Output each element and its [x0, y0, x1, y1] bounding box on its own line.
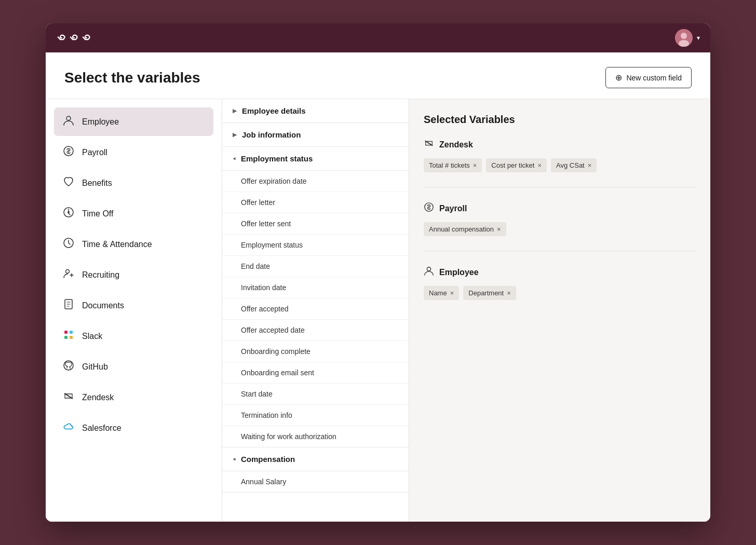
- github-icon: [62, 360, 75, 374]
- sidebar-item-time-off[interactable]: Time Off: [54, 199, 213, 228]
- item-waiting-work-auth[interactable]: Waiting for work authorization: [222, 426, 409, 447]
- item-end-date[interactable]: End date: [222, 256, 409, 277]
- item-invitation-date[interactable]: Invitation date: [222, 277, 409, 298]
- sidebar-item-salesforce[interactable]: Salesforce: [54, 414, 213, 442]
- documents-icon: [62, 298, 75, 312]
- middle-panel: ▶ Employee details ▶ Job information ▾ E…: [222, 99, 409, 522]
- arrow-compensation-icon: ▾: [231, 458, 238, 461]
- titlebar: ꩜꩜꩜ ▾: [46, 23, 710, 52]
- sidebar-item-time-attendance[interactable]: Time & Attendance: [54, 230, 213, 258]
- svg-point-8: [66, 270, 70, 274]
- var-group-header-zendesk: Zendesk: [424, 138, 696, 151]
- svg-point-3: [66, 116, 71, 120]
- avatar[interactable]: [675, 29, 693, 47]
- item-offer-accepted[interactable]: Offer accepted: [222, 298, 409, 320]
- zendesk-group-icon: [424, 138, 434, 151]
- section-label-employee-details: Employee details: [242, 106, 398, 115]
- new-custom-field-button[interactable]: ⊕ New custom field: [605, 67, 692, 88]
- avatar-chevron-icon[interactable]: ▾: [697, 34, 700, 42]
- payroll-icon: [62, 145, 75, 159]
- remove-name[interactable]: ×: [450, 290, 454, 296]
- sidebar-item-zendesk[interactable]: Zendesk: [54, 383, 213, 412]
- var-group-header-employee: Employee: [424, 266, 696, 279]
- item-employment-status[interactable]: Employment status: [222, 235, 409, 256]
- time-attendance-icon: [62, 237, 75, 251]
- time-off-icon: [62, 207, 75, 221]
- sidebar-label-slack: Slack: [82, 332, 102, 341]
- slack-icon: [62, 329, 75, 343]
- remove-department[interactable]: ×: [507, 290, 511, 296]
- section-label-employment-status: Employment status: [241, 154, 398, 163]
- main-content: Select the variables ⊕ New custom field: [46, 52, 710, 522]
- var-group-name-payroll: Payroll: [439, 204, 467, 213]
- sidebar-label-recruiting: Recruiting: [82, 270, 119, 280]
- app-logo: ꩜꩜꩜: [56, 31, 93, 45]
- sidebar-label-time-attendance: Time & Attendance: [82, 240, 152, 249]
- item-termination-info[interactable]: Termination info: [222, 405, 409, 426]
- recruiting-icon: [62, 268, 75, 282]
- tag-total-tickets: Total # tickets ×: [424, 158, 482, 172]
- remove-avg-csat[interactable]: ×: [588, 162, 592, 169]
- var-group-employee: Employee Name × Department ×: [424, 266, 696, 315]
- item-offer-letter[interactable]: Offer letter: [222, 192, 409, 213]
- svg-point-1: [681, 33, 687, 39]
- app-window: ꩜꩜꩜ ▾ Select the variables ⊕ New custom …: [46, 23, 710, 522]
- arrow-employment-status-icon: ▾: [231, 157, 238, 160]
- svg-point-16: [427, 267, 430, 271]
- content-area: Employee Payroll: [46, 99, 710, 522]
- payroll-tags: Annual compensation ×: [424, 222, 696, 236]
- titlebar-right: ▾: [675, 29, 700, 47]
- item-offer-letter-sent[interactable]: Offer letter sent: [222, 213, 409, 235]
- new-custom-field-label: New custom field: [626, 74, 682, 82]
- salesforce-icon: [62, 421, 75, 435]
- item-onboarding-email-sent[interactable]: Onboarding email sent: [222, 362, 409, 384]
- sidebar-item-recruiting[interactable]: Recruiting: [54, 261, 213, 289]
- section-job-information[interactable]: ▶ Job information: [222, 123, 409, 147]
- section-compensation[interactable]: ▾ Compensation: [222, 447, 409, 471]
- sidebar-label-time-off: Time Off: [82, 209, 113, 219]
- item-onboarding-complete[interactable]: Onboarding complete: [222, 341, 409, 362]
- payroll-group-icon: [424, 202, 434, 215]
- item-offer-expiration-date[interactable]: Offer expiration date: [222, 171, 409, 192]
- section-employee-details[interactable]: ▶ Employee details: [222, 99, 409, 123]
- sidebar-item-employee[interactable]: Employee: [54, 107, 213, 136]
- var-group-name-employee: Employee: [439, 268, 479, 277]
- sidebar-label-documents: Documents: [82, 301, 124, 310]
- page-title: Select the variables: [64, 70, 200, 86]
- selected-variables-title: Selected Variables: [424, 114, 696, 126]
- var-group-payroll: Payroll Annual compensation ×: [424, 202, 696, 251]
- employment-status-items: Offer expiration date Offer letter Offer…: [222, 171, 409, 447]
- tag-annual-compensation: Annual compensation ×: [424, 222, 506, 236]
- sidebar-item-payroll[interactable]: Payroll: [54, 138, 213, 167]
- sidebar-item-slack[interactable]: Slack: [54, 322, 213, 350]
- sidebar-label-payroll: Payroll: [82, 148, 107, 157]
- var-group-zendesk: Zendesk Total # tickets × Cost per ticke…: [424, 138, 696, 187]
- var-group-header-payroll: Payroll: [424, 202, 696, 215]
- item-start-date[interactable]: Start date: [222, 384, 409, 405]
- sidebar-item-github[interactable]: GitHub: [54, 352, 213, 381]
- benefits-icon: [62, 176, 75, 190]
- item-offer-accepted-date[interactable]: Offer accepted date: [222, 320, 409, 341]
- arrow-job-information-icon: ▶: [233, 131, 237, 138]
- sidebar-label-employee: Employee: [82, 117, 119, 127]
- sidebar-label-benefits: Benefits: [82, 179, 112, 188]
- sidebar-item-documents[interactable]: Documents: [54, 291, 213, 320]
- remove-total-tickets[interactable]: ×: [473, 162, 477, 169]
- remove-annual-compensation[interactable]: ×: [497, 226, 501, 233]
- left-sidebar: Employee Payroll: [46, 99, 222, 522]
- sidebar-label-salesforce: Salesforce: [82, 424, 122, 433]
- compensation-items: Annual Salary: [222, 471, 409, 493]
- page-header: Select the variables ⊕ New custom field: [46, 52, 710, 99]
- section-employment-status[interactable]: ▾ Employment status: [222, 147, 409, 171]
- sidebar-item-benefits[interactable]: Benefits: [54, 169, 213, 197]
- employee-icon: [62, 115, 75, 129]
- employee-group-icon: [424, 266, 434, 279]
- remove-cost-per-ticket[interactable]: ×: [537, 162, 542, 169]
- sidebar-label-zendesk: Zendesk: [82, 393, 114, 402]
- section-label-job-information: Job information: [242, 130, 398, 139]
- zendesk-tags: Total # tickets × Cost per ticket × Avg …: [424, 158, 696, 172]
- var-group-name-zendesk: Zendesk: [439, 140, 473, 149]
- right-panel: Selected Variables Zendesk: [409, 99, 710, 522]
- svg-rect-10: [64, 331, 68, 334]
- item-annual-salary[interactable]: Annual Salary: [222, 471, 409, 492]
